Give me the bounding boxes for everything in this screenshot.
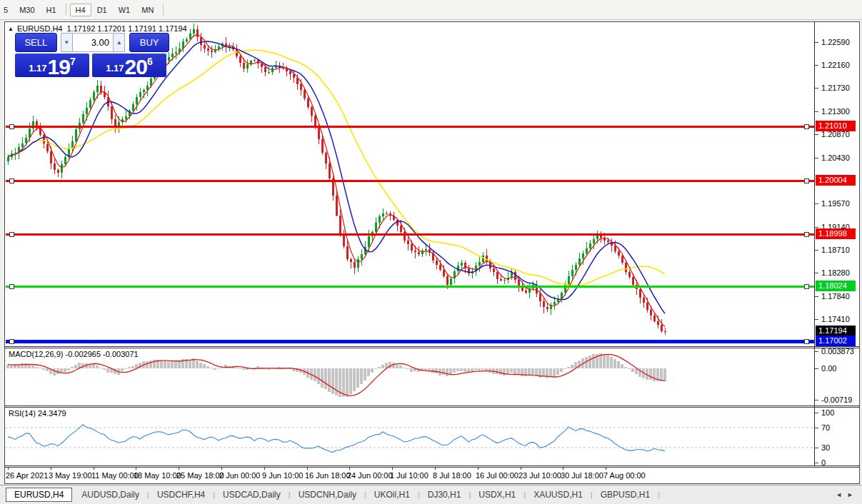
macd-histogram-bar [128,367,131,368]
tab-separator: | [468,490,471,499]
macd-histogram-bar [460,368,463,371]
line-drag-handle[interactable] [804,178,808,183]
buy-price-display[interactable]: 1.17 20 6 [92,54,166,77]
symbol-tab-ukoil[interactable]: UKOil,H1 [367,488,417,502]
candle-bearish [632,277,634,285]
symbol-tab-bar: EURUSD,H4AUDUSD,Daily|USDCHF,H4|USDCAD,D… [0,485,862,504]
price-tick-label: 1.17840 [821,291,850,301]
candle-bearish [304,90,306,99]
macd-axis-label: 0.003873 [821,346,854,356]
candle-bearish [386,213,388,214]
symbol-tab-audusd[interactable]: AUDUSD,Daily [74,488,146,502]
symbol-tab-dj30[interactable]: DJ30,H1 [421,488,468,502]
volume-increase-button[interactable]: ▲ [113,33,125,52]
macd-histogram-bar [592,354,595,368]
rsi-indicator-pane[interactable] [5,408,814,465]
macd-histogram-bar [403,368,406,368]
sell-price-display[interactable]: 1.17 19 7 [15,54,89,77]
candle-bearish [546,307,548,309]
rsi-pane-splitter[interactable] [5,405,859,408]
buy-button[interactable]: BUY [129,33,169,52]
candle-bullish [64,157,66,164]
time-tick [478,468,478,470]
symbol-tab-gbpusd[interactable]: GBPUSD,H1 [593,488,657,502]
symbol-tab-usdcnh[interactable]: USDCNH,Daily [291,488,364,502]
timeframe-button-h4[interactable]: H4 [70,4,91,16]
candle-bullish [368,236,370,248]
candle-bearish [607,241,609,242]
line-drag-handle[interactable] [9,178,14,183]
tab-scroll-nav: ◄► [831,491,853,498]
candle-bullish [425,249,427,251]
macd-histogram-bar [217,368,220,368]
macd-histogram-bar [488,368,491,373]
line-drag-handle[interactable] [9,124,14,128]
symbol-tab-eurusd[interactable]: EURUSD,H4 [6,488,72,502]
volume-decrease-button[interactable]: ▼ [61,33,73,52]
macd-pane-splitter[interactable] [5,346,859,348]
candle-bearish [543,301,545,307]
buy-price-big-digits: 20 [125,57,147,76]
symbol-tab-xauusd[interactable]: XAUUSD,H1 [526,488,590,502]
candle-bullish [82,114,84,124]
candle-bearish [243,63,245,69]
time-tick-label: 2 Jun 00:00 [219,471,261,480]
macd-histogram-bar [474,368,477,370]
line-drag-handle[interactable] [9,284,14,288]
candle-bearish [496,272,498,279]
line-drag-handle[interactable] [804,124,808,128]
macd-histogram-bar [424,368,427,370]
candle-bearish [211,51,213,52]
line-drag-handle[interactable] [804,339,808,343]
price-tick-label: 1.18710 [821,245,850,255]
tab-separator: | [147,490,149,499]
candle-bullish [139,92,141,96]
macd-histogram-bar [513,368,516,375]
tab-scroll-left-icon[interactable]: ◄ [836,491,842,498]
time-axis[interactable]: 26 Apr 20213 May 19:0011 May 00:0018 May… [5,468,814,483]
tab-scroll-right-icon[interactable]: ► [847,491,853,498]
macd-histogram-bar [371,368,374,373]
candle-bearish [57,170,59,173]
timeframe-button-h1[interactable]: H1 [41,4,62,16]
timeframe-button-w1[interactable]: W1 [113,4,136,16]
macd-histogram-bar [378,367,381,368]
candle-bullish [75,129,77,141]
candle-bearish [625,263,627,273]
time-tick [264,468,265,470]
macd-histogram-bar [631,368,634,372]
buy-price-prefix: 1.17 [106,63,124,74]
timeframe-button-m30[interactable]: M30 [14,4,40,16]
macd-histogram-bar [96,366,99,368]
macd-histogram-bar [374,368,377,369]
line-drag-handle[interactable] [9,232,14,236]
chart-ohlc-values: 1.17192 1.17201 1.17191 1.17194 [67,24,187,33]
sell-price-prefix: 1.17 [29,63,46,74]
timeframe-button-d1[interactable]: D1 [91,4,113,16]
macd-histogram-bar [328,368,331,392]
timeframe-button-mn[interactable]: MN [136,4,159,16]
right-price-axis[interactable]: 1.225901.221601.217301.213001.208701.204… [815,22,858,483]
time-tick-label: 9 Jun 10:00 [262,471,304,480]
candle-bearish [239,56,241,63]
macd-histogram-bar [171,361,174,368]
line-drag-handle[interactable] [9,339,14,343]
sell-button[interactable]: SELL [15,33,57,52]
timeframe-button-5[interactable]: 5 [0,4,14,16]
macd-indicator-label: MACD(12,26,9) -0.002965 -0.003071 [9,350,139,358]
symbol-tab-usdx[interactable]: USDX,H1 [471,488,523,502]
candle-bearish [336,196,338,216]
macd-histogram-bar [31,366,34,368]
macd-histogram-bar [528,368,531,376]
line-drag-handle[interactable] [804,284,808,288]
candle-bearish [643,298,645,303]
candle-bearish [204,45,206,48]
symbol-tab-usdcad[interactable]: USDCAD,Daily [216,488,288,502]
macd-histogram-bar [567,367,570,368]
candle-bullish [575,265,577,271]
symbol-tab-usdchf[interactable]: USDCHF,H4 [150,488,212,502]
volume-input[interactable] [73,33,113,52]
one-click-toggle-icon[interactable]: ▲ [8,26,14,32]
time-tick [606,468,606,470]
line-drag-handle[interactable] [804,232,808,236]
